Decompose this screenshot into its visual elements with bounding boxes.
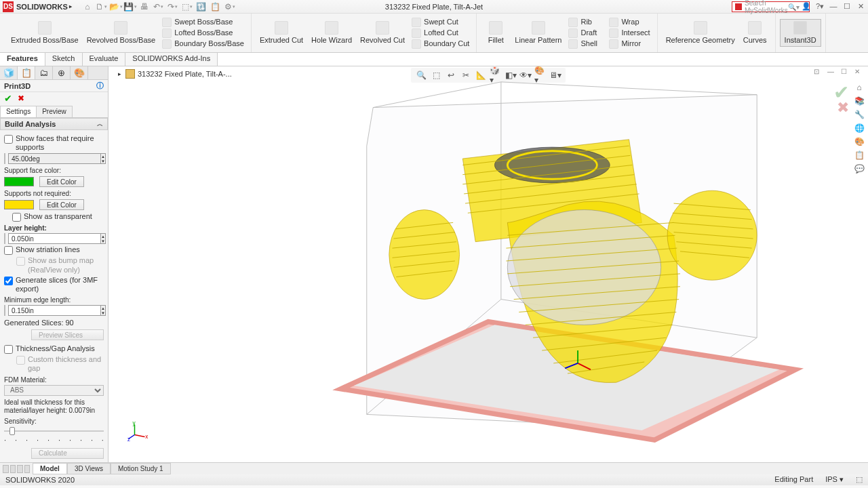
linear-pattern-button[interactable]: Linear Pattern bbox=[511, 20, 566, 45]
swept-boss-button[interactable]: Swept Boss/Base bbox=[159, 17, 247, 28]
shell-button[interactable]: Shell bbox=[566, 39, 606, 49]
angle-spinner[interactable]: ▲▼ bbox=[101, 153, 106, 164]
chk-custom-tg bbox=[16, 356, 25, 365]
help-icon[interactable]: ?▾ bbox=[815, 1, 825, 11]
svg-point-9 bbox=[494, 147, 610, 183]
view-triad[interactable]: x y z bbox=[127, 422, 148, 442]
app-name: SOLIDWORKS bbox=[16, 3, 68, 11]
boundary-boss-button[interactable]: Boundary Boss/Base bbox=[159, 39, 247, 49]
intersect-button[interactable]: Intersect bbox=[606, 28, 652, 39]
cancel-button[interactable]: ✖ bbox=[18, 94, 24, 103]
panel-help-icon[interactable]: ⓘ bbox=[96, 81, 104, 91]
chk-show-supports[interactable] bbox=[4, 135, 13, 144]
task-properties-icon[interactable]: 📋 bbox=[853, 149, 865, 161]
doc-close-icon[interactable]: ✕ bbox=[854, 68, 864, 77]
angle-input[interactable] bbox=[8, 153, 101, 164]
chk-gen-slices[interactable] bbox=[4, 277, 13, 285]
tab-addins[interactable]: SOLIDWORKS Add-Ins bbox=[125, 53, 218, 66]
command-ribbon: Extruded Boss/Base Revolved Boss/Base Sw… bbox=[0, 14, 868, 53]
lbl-thickness-gap: Thickness/Gap Analysis bbox=[16, 344, 95, 353]
chk-striation[interactable] bbox=[4, 246, 13, 255]
mirror-button[interactable]: Mirror bbox=[606, 39, 652, 49]
options-icon[interactable]: 📋 bbox=[210, 1, 222, 12]
maximize-icon[interactable]: ☐ bbox=[842, 1, 852, 11]
lbl-min-edge: Minimum edge length: bbox=[4, 296, 104, 304]
tab-evaluate[interactable]: Evaluate bbox=[83, 53, 126, 66]
task-appearance-icon[interactable]: 🎨 bbox=[853, 136, 865, 148]
rebuild-icon[interactable]: 🔃 bbox=[195, 1, 208, 12]
close-icon[interactable]: ✕ bbox=[856, 1, 865, 11]
redo-icon[interactable]: ↷ bbox=[167, 1, 179, 12]
preview-slices-button[interactable]: Preview Slices bbox=[31, 329, 104, 340]
lbl-custom-tg: Custom thickness and gap bbox=[28, 355, 104, 373]
lofted-cut-button[interactable]: Lofted Cut bbox=[409, 28, 472, 39]
panel-tab-dimxpert-icon[interactable]: ⊕ bbox=[53, 66, 71, 79]
revolved-cut-button[interactable]: Revolved Cut bbox=[356, 20, 409, 45]
task-resources-icon[interactable]: 📚 bbox=[853, 95, 865, 107]
task-design-icon[interactable]: 🔧 bbox=[853, 108, 865, 121]
edit-support-color-button[interactable]: Edit Color bbox=[39, 176, 84, 187]
chk-bump bbox=[16, 257, 25, 266]
calculate-button[interactable]: Calculate bbox=[31, 448, 104, 459]
home-icon[interactable]: ⌂ bbox=[81, 1, 94, 12]
draft-button[interactable]: Draft bbox=[566, 28, 606, 39]
graphics-viewport[interactable]: ▸ 313232 Fixed Plate, Tilt-A-... 🔍 ⬚ ↩ ✂… bbox=[108, 66, 868, 473]
extruded-cut-button[interactable]: Extruded Cut bbox=[256, 20, 307, 45]
panel-tab-display-icon[interactable]: 🎨 bbox=[71, 66, 88, 79]
gear-icon[interactable]: ⚙ bbox=[224, 1, 236, 12]
min-edge-spinner[interactable]: ▲▼ bbox=[101, 305, 106, 316]
boundary-cut-button[interactable]: Boundary Cut bbox=[409, 39, 472, 49]
task-view-icon[interactable]: 🌐 bbox=[853, 122, 865, 134]
panel-tab-feature-tree-icon[interactable]: 🧊 bbox=[0, 66, 18, 79]
support-color-swatch[interactable] bbox=[4, 177, 34, 186]
tab-sketch[interactable]: Sketch bbox=[45, 53, 83, 66]
fillet-button[interactable]: Fillet bbox=[481, 20, 511, 45]
open-icon[interactable]: 📂 bbox=[110, 1, 122, 12]
subtab-settings[interactable]: Settings bbox=[0, 106, 37, 117]
revolved-boss-button[interactable]: Revolved Boss/Base bbox=[83, 20, 160, 45]
save-icon[interactable]: 💾 bbox=[124, 1, 136, 12]
chk-transparent[interactable] bbox=[12, 213, 21, 222]
wrap-button[interactable]: Wrap bbox=[606, 17, 652, 28]
btab-model[interactable]: Model bbox=[33, 463, 67, 474]
curves-button[interactable]: Curves bbox=[739, 20, 771, 45]
layer-height-spinner[interactable]: ▲▼ bbox=[101, 233, 106, 244]
undo-icon[interactable]: ↶ bbox=[153, 1, 165, 12]
bottom-nav-icons[interactable] bbox=[0, 465, 33, 473]
rib-button[interactable]: Rib bbox=[566, 17, 606, 28]
reference-geometry-button[interactable]: Reference Geometry bbox=[662, 20, 739, 45]
btab-3dviews[interactable]: 3D Views bbox=[67, 463, 111, 474]
lofted-boss-button[interactable]: Lofted Boss/Base bbox=[159, 28, 247, 39]
search-input[interactable]: Search MySolidWorks 🔍▾ bbox=[732, 1, 810, 12]
section-build-analysis[interactable]: Build Analysis ︿ bbox=[0, 118, 108, 130]
edit-notreq-color-button[interactable]: Edit Color bbox=[39, 199, 84, 210]
command-tabs: Features Sketch Evaluate SOLIDWORKS Add-… bbox=[0, 53, 868, 66]
select-icon[interactable]: ⬚ bbox=[181, 1, 193, 12]
instant3d-button[interactable]: Instant3D bbox=[780, 19, 821, 46]
ok-button[interactable]: ✔ bbox=[4, 93, 12, 104]
chk-thickness-gap[interactable] bbox=[4, 345, 13, 354]
status-extra-icon[interactable]: ⬚ bbox=[856, 475, 863, 484]
tab-features[interactable]: Features bbox=[0, 53, 45, 66]
breadcrumb-expand-icon[interactable]: ▸ bbox=[118, 70, 121, 77]
extruded-boss-button[interactable]: Extruded Boss/Base bbox=[7, 20, 83, 45]
minimize-icon[interactable]: — bbox=[829, 1, 838, 11]
notreq-color-swatch[interactable] bbox=[4, 200, 34, 209]
status-units[interactable]: IPS ▾ bbox=[825, 475, 844, 484]
panel-tab-config-icon[interactable]: 🗂 bbox=[35, 66, 53, 79]
task-forum-icon[interactable]: 💬 bbox=[853, 163, 865, 175]
min-edge-input[interactable] bbox=[8, 305, 101, 316]
user-icon[interactable]: 👤 bbox=[802, 1, 811, 11]
panel-tab-property-manager-icon[interactable]: 📋 bbox=[18, 66, 35, 79]
layer-height-input[interactable] bbox=[8, 233, 101, 244]
print-icon[interactable]: 🖶 bbox=[138, 1, 151, 12]
swept-cut-button[interactable]: Swept Cut bbox=[409, 17, 472, 28]
btab-motion[interactable]: Motion Study 1 bbox=[111, 463, 171, 474]
new-icon[interactable]: 🗋 bbox=[96, 1, 108, 12]
fdm-material-select: ABS bbox=[4, 385, 104, 396]
task-home-icon[interactable]: ⌂ bbox=[853, 81, 865, 94]
lbl-ideal-wall: Ideal wall thickness for this material/l… bbox=[4, 399, 104, 415]
hole-wizard-button[interactable]: Hole Wizard bbox=[307, 20, 356, 45]
sensitivity-slider[interactable] bbox=[4, 426, 104, 436]
subtab-preview[interactable]: Preview bbox=[36, 106, 73, 117]
